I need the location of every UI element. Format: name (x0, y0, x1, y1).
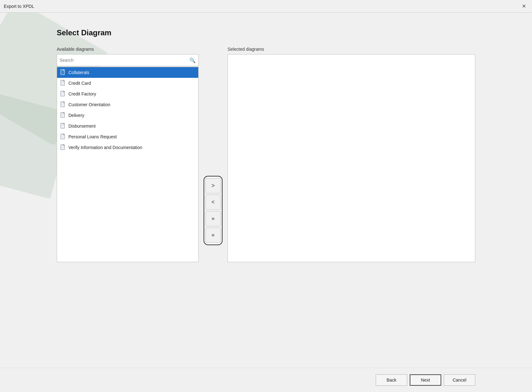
main-content: Select Diagram Available diagrams 🔍 Coll… (0, 13, 532, 368)
search-input[interactable] (60, 58, 189, 63)
available-diagrams-list: CollateralsCredit CardCredit FactoryCust… (57, 67, 199, 262)
list-item-label: Delivery (68, 113, 84, 118)
footer: Back Next Cancel (0, 368, 532, 392)
list-item[interactable]: Delivery (57, 110, 198, 121)
remove-all-button[interactable]: « (205, 228, 221, 243)
file-icon (60, 101, 66, 108)
selected-diagrams-label: Selected diagrams (228, 47, 475, 52)
file-icon (60, 69, 66, 76)
list-item[interactable]: Verify Information and Documentation (57, 142, 198, 153)
file-icon (60, 91, 66, 97)
file-icon (60, 112, 66, 118)
file-icon (60, 123, 66, 129)
list-item-label: Customer Orientation (68, 102, 110, 107)
window-title: Export to XPDL (4, 4, 34, 9)
remove-one-button[interactable]: < (205, 195, 221, 210)
cancel-button[interactable]: Cancel (444, 374, 475, 386)
back-button[interactable]: Back (376, 374, 407, 386)
add-all-button[interactable]: » (205, 211, 221, 226)
transfer-btn-group: > < » « (204, 176, 223, 245)
page-title: Select Diagram (57, 28, 475, 37)
list-item-label: Collaterals (68, 70, 89, 75)
list-item[interactable]: Customer Orientation (57, 99, 198, 110)
transfer-panel: > < » « (199, 176, 228, 245)
available-diagrams-panel: Available diagrams 🔍 CollateralsCredit C… (57, 47, 199, 262)
list-item-label: Personal Loans Request (68, 134, 117, 139)
selected-diagrams-list (228, 54, 475, 262)
file-icon (60, 134, 66, 140)
list-item-label: Verify Information and Documentation (68, 145, 142, 150)
list-item-label: Credit Card (68, 81, 91, 86)
search-icon: 🔍 (189, 57, 196, 63)
file-icon (60, 80, 66, 86)
selected-diagrams-panel: Selected diagrams (228, 47, 475, 262)
list-item[interactable]: Collaterals (57, 67, 198, 78)
file-icon (60, 144, 66, 151)
list-item-label: Disbursement (68, 124, 95, 129)
list-item-label: Credit Factory (68, 91, 96, 96)
next-button[interactable]: Next (410, 374, 441, 386)
list-item[interactable]: Disbursement (57, 121, 198, 131)
panels-row: Available diagrams 🔍 CollateralsCredit C… (57, 47, 475, 358)
search-box: 🔍 (57, 54, 199, 66)
list-item[interactable]: Credit Card (57, 78, 198, 89)
close-button[interactable]: ✕ (519, 2, 528, 11)
title-bar: Export to XPDL ✕ (0, 0, 532, 13)
available-diagrams-label: Available diagrams (57, 47, 199, 52)
list-item[interactable]: Personal Loans Request (57, 131, 198, 142)
window: Export to XPDL ✕ Select Diagram Availabl… (0, 0, 532, 392)
add-one-button[interactable]: > (205, 178, 221, 193)
list-item[interactable]: Credit Factory (57, 89, 198, 99)
